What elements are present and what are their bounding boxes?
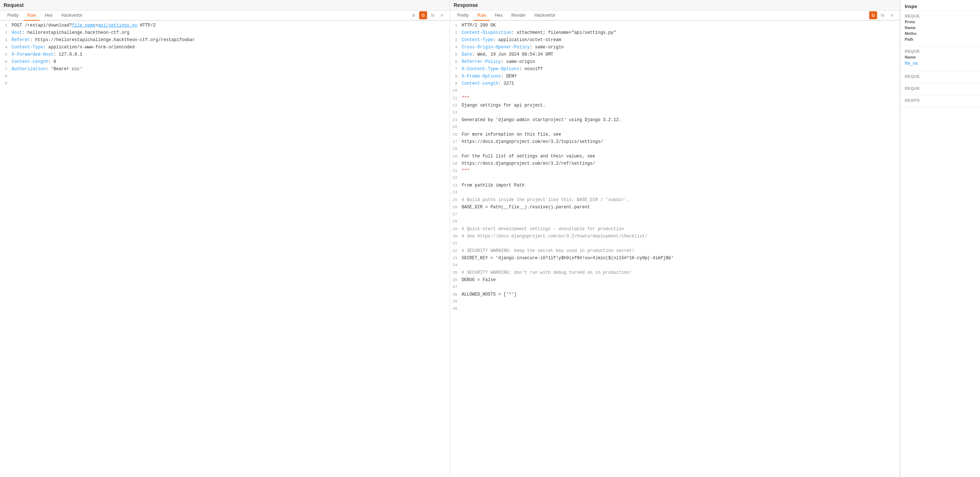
- tab-request-pretty[interactable]: Pretty: [4, 11, 22, 21]
- request-line-1: 1 POST /restapi/download?file_name=api/s…: [0, 22, 450, 29]
- response-line-25: 25 # Build paths inside the project like…: [450, 197, 900, 204]
- response-line-18: 18: [450, 146, 900, 153]
- response-line-13: 13: [450, 110, 900, 117]
- response-line-8: 8 X-Frame-Options: DENY: [450, 73, 900, 80]
- response-menu-btn[interactable]: ≡: [888, 11, 896, 19]
- request-line-2: 2 Host: hellorestapichallenge.hacktheon-…: [0, 29, 450, 37]
- request-tab-actions: ⊘ ⧉ \n ≡: [410, 11, 446, 19]
- response-line-10: 10: [450, 87, 900, 95]
- request-line-9: 9: [0, 80, 450, 87]
- response-line-6: 6 Referrer-Policy: same-origin: [450, 59, 900, 66]
- response-line-37: 37: [450, 284, 900, 291]
- response-line-33: 33 SECRET_KEY = 'django-insecure-i6^1lf!…: [450, 255, 900, 262]
- response-line-26: 26 BASE_DIR = Path(__file__).resolve().p…: [450, 204, 900, 211]
- tab-response-render[interactable]: Render: [508, 11, 529, 21]
- inspector-section-req3: Reque: [900, 83, 980, 95]
- response-line-4: 4 Cross-Origin-Opener-Policy: same-origi…: [450, 44, 900, 51]
- response-line-32: 32 # SECURITY WARNING: keep the secret k…: [450, 248, 900, 255]
- response-line-24: 24: [450, 189, 900, 197]
- tab-response-pretty[interactable]: Pretty: [453, 11, 472, 21]
- response-line-29: 29 # Quick-start development settings – …: [450, 226, 900, 233]
- tab-request-hex[interactable]: Hex: [41, 11, 56, 21]
- request-title: Request: [4, 2, 446, 8]
- request-code-area: 1 POST /restapi/download?file_name=api/s…: [0, 21, 450, 477]
- inspector-section-resp: Respo: [900, 95, 980, 107]
- request-line-8: 8: [0, 73, 450, 80]
- inspector-section-req2: Reque: [900, 71, 980, 83]
- response-line-31: 31: [450, 240, 900, 248]
- response-tab-actions: ⧉ \n ≡: [869, 11, 896, 19]
- request-line-3: 3 Referer: https://hellorestapichallenge…: [0, 37, 450, 44]
- request-line-4: 4 Content-Type: application/x-www-form-u…: [0, 44, 450, 51]
- response-line-12: 12 Django settings for api project.: [450, 102, 900, 110]
- response-line-11: 11 """: [450, 95, 900, 102]
- tab-response-raw[interactable]: Raw: [474, 11, 490, 21]
- response-line-40: 40: [450, 306, 900, 313]
- response-line-9: 9 Content-Length: 3271: [450, 80, 900, 87]
- response-line-34: 34: [450, 262, 900, 269]
- response-copy-btn[interactable]: ⧉: [869, 11, 877, 19]
- inspector-section-request: Reque Proto Name Metho Path: [900, 11, 980, 46]
- response-panel-header: Response: [450, 0, 900, 11]
- inspector-section-params: Reque Name file_na: [900, 46, 980, 71]
- response-line-35: 35 # SECURITY WARNING: don't run with de…: [450, 269, 900, 277]
- request-copy-btn[interactable]: ⧉: [419, 11, 427, 19]
- request-line-7: 7 Authorization: 'Bearer ccc': [0, 66, 450, 73]
- request-menu-btn[interactable]: ≡: [438, 11, 446, 19]
- response-line-38: 38 ALLOWED_HOSTS = ['*']: [450, 291, 900, 299]
- main-content: Request Pretty Raw Hex Hackvertor ⊘ ⧉ \n…: [0, 0, 980, 477]
- request-tab-bar: Pretty Raw Hex Hackvertor ⊘ ⧉ \n ≡: [0, 11, 450, 21]
- response-line-20: 20 https://docs.djangoproject.com/en/3.2…: [450, 161, 900, 168]
- request-line-5: 5 X-Forwarded-Host: 127.0.0.1: [0, 51, 450, 59]
- response-line-30: 30 # See https://docs.djangoproject.com/…: [450, 233, 900, 240]
- response-line-14: 14 Generated by 'django-admin startproje…: [450, 117, 900, 124]
- response-line-21: 21 """: [450, 168, 900, 175]
- response-line-23: 23 from pathlib import Path: [450, 182, 900, 189]
- request-disable-btn[interactable]: ⊘: [410, 11, 418, 19]
- inspector-panel: Inspe Reque Proto Name Metho Path Reque …: [900, 0, 980, 477]
- response-line-1: 1 HTTP/2 200 OK: [450, 22, 900, 29]
- request-panel-header: Request: [0, 0, 450, 11]
- response-line-2: 2 Content-Disposition: attachment; filen…: [450, 29, 900, 37]
- response-line-22: 22: [450, 175, 900, 182]
- response-line-19: 19 For the full list of settings and the…: [450, 153, 900, 161]
- response-code-area: 1 HTTP/2 200 OK 2 Content-Disposition: a…: [450, 21, 900, 477]
- response-line-16: 16 For more information on this file, se…: [450, 131, 900, 138]
- inspector-title: Inspe: [900, 0, 980, 11]
- response-line-39: 39: [450, 299, 900, 306]
- response-line-7: 7 X-Content-Type-Options: nosniff: [450, 66, 900, 73]
- response-ln-btn[interactable]: \n: [878, 11, 886, 19]
- response-line-5: 5 Date: Wed, 19 Jun 2024 08:54:34 GMT: [450, 51, 900, 59]
- response-title: Response: [453, 2, 896, 8]
- tab-response-hackvertor[interactable]: Hackvertor: [531, 11, 559, 21]
- response-line-17: 17 https://docs.djangoproject.com/en/3.2…: [450, 138, 900, 146]
- request-ln-btn[interactable]: \n: [429, 11, 437, 19]
- response-line-36: 36 DEBUG = False: [450, 277, 900, 284]
- response-line-28: 28: [450, 218, 900, 226]
- response-line-27: 27: [450, 211, 900, 218]
- request-panel: Request Pretty Raw Hex Hackvertor ⊘ ⧉ \n…: [0, 0, 450, 477]
- tab-response-hex[interactable]: Hex: [491, 11, 506, 21]
- response-line-15: 15: [450, 124, 900, 131]
- response-tab-bar: Pretty Raw Hex Render Hackvertor ⧉ \n ≡: [450, 11, 900, 21]
- request-line-6: 6 Content-Length: 0: [0, 59, 450, 66]
- response-line-3: 3 Content-Type: application/octet-stream: [450, 37, 900, 44]
- tab-request-raw[interactable]: Raw: [24, 11, 40, 21]
- response-panel: Response Pretty Raw Hex Render Hackverto…: [450, 0, 900, 477]
- tab-request-hackvertor[interactable]: Hackvertor: [58, 11, 86, 21]
